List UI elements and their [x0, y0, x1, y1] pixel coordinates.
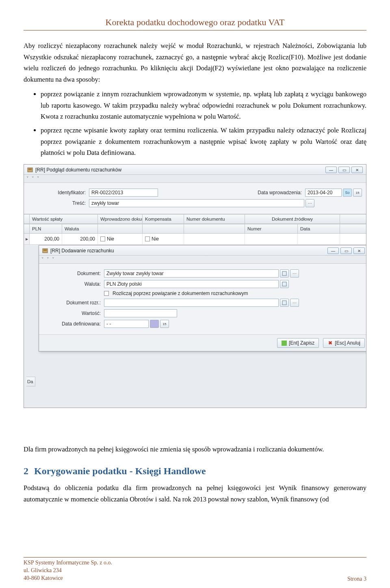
section-2-number: 2	[24, 466, 28, 476]
section-2-title: Korygowanie podatku - Księgi Handlowe	[34, 466, 206, 476]
data-wprowadzenia-label: Data wprowadzenia:	[258, 190, 305, 195]
subcol-numer[interactable]: Numer	[245, 224, 298, 233]
data-wprowadzenia-field[interactable]: 2013-04-20	[305, 189, 342, 197]
col-kompensata[interactable]: Kompensata	[143, 215, 184, 223]
waluta-label: Waluta:	[43, 281, 104, 287]
rozliczaj-text: Rozliczaj poprzez powiązanie z dokumente…	[113, 291, 248, 296]
dokument-rozr-lookup-button[interactable]	[280, 299, 289, 307]
outer-window-titlebar: [RR] Podgląd dokumentu rozrachunków — ▭ …	[24, 165, 366, 175]
waluta-field[interactable]: PLN Złoty polski	[104, 280, 279, 288]
footer-line3: 40-860 Katowice	[24, 575, 112, 582]
tresc-label: Treść:	[28, 200, 89, 206]
wartosc-field[interactable]	[104, 309, 177, 317]
svg-rect-7	[282, 282, 286, 286]
col-wartosc-splaty[interactable]: Wartość spłaty	[30, 215, 98, 223]
footer-line1: KSP Systemy Informatyczne Sp. z o.o.	[24, 559, 112, 567]
cell-waluta: 200,00	[62, 234, 98, 244]
inner-window-title: [RR] Dodawanie rozrachunku	[50, 248, 327, 254]
svg-rect-6	[282, 271, 286, 276]
inner-maximize-button[interactable]: ▭	[340, 247, 352, 254]
footer-left: KSP Systemy Informatyczne Sp. z o.o. ul.…	[24, 559, 112, 582]
col-numer-dokumentu[interactable]: Numer dokumentu	[184, 215, 245, 223]
section-2-heading: 2Korygowanie podatku - Księgi Handlowe	[24, 466, 366, 477]
section-2-body: Podstawą do obliczenia podatku dla firm …	[24, 482, 366, 505]
maximize-button[interactable]: ▭	[338, 167, 350, 173]
inner-window-titlebar: [RR] Dodawanie rozrachunku — ▭ ✕	[39, 245, 366, 256]
data-definiowana-field[interactable]: - -	[104, 320, 149, 328]
svg-rect-2	[28, 169, 32, 170]
intro-paragraph: Aby rozliczyć niezapłacony rozrachunek n…	[24, 40, 366, 85]
bullet-2: poprzez ręczne wpisanie kwoty zapłaty or…	[41, 125, 366, 158]
svg-rect-4	[43, 250, 47, 250]
app-icon	[27, 167, 33, 173]
row-marker-icon: ▶	[24, 234, 30, 244]
rozliczaj-checkbox[interactable]	[104, 291, 109, 296]
subcol-dokument	[98, 224, 143, 233]
section-2-para: Podstawą do obliczenia podatku dla firm …	[24, 482, 366, 505]
subcol-data[interactable]: Data	[298, 224, 340, 233]
subcol-komp	[143, 224, 184, 233]
cell-pln: 200,00	[30, 234, 62, 244]
cell-numer-dok	[184, 234, 245, 244]
cell-kompensata: Nie	[143, 234, 184, 244]
wartosc-label: Wartość:	[43, 310, 104, 316]
outer-chevron-row[interactable]: ˅ ˅ ˅	[24, 175, 366, 183]
calendar-icon[interactable]: 15	[353, 189, 362, 197]
header-rule	[24, 30, 366, 30]
after-text: Dla firm prowadzonych na pełnej księgowo…	[24, 444, 366, 455]
footer-page-number: Strona 3	[347, 576, 366, 582]
footer-line2: ul. Gliwicka 234	[24, 567, 112, 575]
intro-text: Aby rozliczyć niezapłacony rozrachunek n…	[24, 40, 366, 85]
clipped-column-label: Da	[26, 377, 35, 386]
tresc-dots-button[interactable]: ⋯	[306, 199, 314, 207]
data-def-calendar-icon[interactable]: 15	[160, 320, 169, 328]
dokument-rozr-dots-button[interactable]: ⋯	[290, 299, 299, 307]
minimize-button[interactable]: —	[325, 167, 337, 173]
waluta-lookup-button[interactable]	[280, 280, 289, 288]
page-header-title: Korekta podatku dochodowego oraz podatku…	[24, 17, 366, 30]
outer-window-controls: — ▭ ✕	[325, 167, 363, 173]
svg-rect-5	[43, 250, 47, 251]
cancel-button-label: [Esc] Anuluj	[335, 340, 360, 346]
save-icon	[282, 341, 287, 346]
dokument-field[interactable]: Zwykły towar zwykły towar	[104, 269, 279, 278]
outer-form-area: Identyfikator: RR-0022/2013 Data wprowad…	[24, 183, 366, 214]
inner-chevron-row[interactable]: ˅ ˅ ˅	[39, 256, 366, 264]
save-button[interactable]: [Ent] Zapisz	[277, 338, 319, 348]
save-button-label: [Ent] Zapisz	[289, 340, 314, 346]
bullet-list: poprzez powiązanie z innym rozrachunkiem…	[41, 89, 366, 158]
screenshot-area: [RR] Podgląd dokumentu rozrachunków — ▭ …	[24, 164, 366, 408]
col-dokument-zrodlowy[interactable]: Dokument źródłowy	[245, 215, 340, 223]
subcol-pln[interactable]: PLN	[30, 224, 62, 233]
bullet-1: poprzez powiązanie z innym rozrachunkiem…	[41, 89, 366, 122]
cell-wprowadzono: Nie	[98, 234, 143, 244]
inner-dialog: [RR] Dodawanie rozrachunku — ▭ ✕ ˅ ˅ ˅ D…	[39, 245, 366, 351]
dokument-rozr-label: Dokument rozr.:	[43, 300, 104, 306]
grid-header-row2: PLN Waluta Numer Data	[24, 224, 366, 234]
page-footer: KSP Systemy Informatyczne Sp. z o.o. ul.…	[24, 557, 366, 582]
subcol-waluta[interactable]: Waluta	[62, 224, 98, 233]
tresc-field[interactable]: zwykły towar	[89, 199, 304, 207]
inner-minimize-button[interactable]: —	[327, 247, 339, 254]
inner-form-area: Dokument: Zwykły towar zwykły towar ⋯ Wa…	[39, 264, 366, 334]
identyfikator-field[interactable]: RR-0022/2013	[89, 189, 158, 197]
dokument-lookup-button[interactable]	[280, 269, 289, 278]
col-wprowadzono[interactable]: Wprowadzono dokument	[98, 215, 143, 223]
svg-rect-1	[28, 169, 32, 169]
cell-numer	[245, 234, 298, 244]
checkbox-icon	[100, 237, 105, 241]
dokument-rozr-field[interactable]	[104, 299, 279, 307]
data-def-badge	[150, 320, 159, 328]
grid-header-row1: Wartość spłaty Wprowadzono dokument Komp…	[24, 214, 366, 224]
inner-close-button[interactable]: ✕	[353, 247, 365, 254]
cancel-button[interactable]: ✖ [Esc] Anuluj	[323, 338, 365, 348]
footer-rule	[24, 557, 366, 558]
data-definiowana-label: Data definiowana:	[43, 321, 104, 327]
dokument-dots-button[interactable]: ⋯	[290, 269, 299, 278]
inner-window-controls: — ▭ ✕	[327, 247, 365, 254]
close-button[interactable]: ✕	[351, 167, 363, 173]
identyfikator-label: Identyfikator:	[28, 190, 89, 195]
app-icon	[42, 248, 48, 254]
rozliczaj-checkbox-label[interactable]: Rozliczaj poprzez powiązanie z dokumente…	[104, 291, 248, 296]
table-row[interactable]: ▶ 200,00 200,00 Nie Nie	[24, 234, 366, 245]
